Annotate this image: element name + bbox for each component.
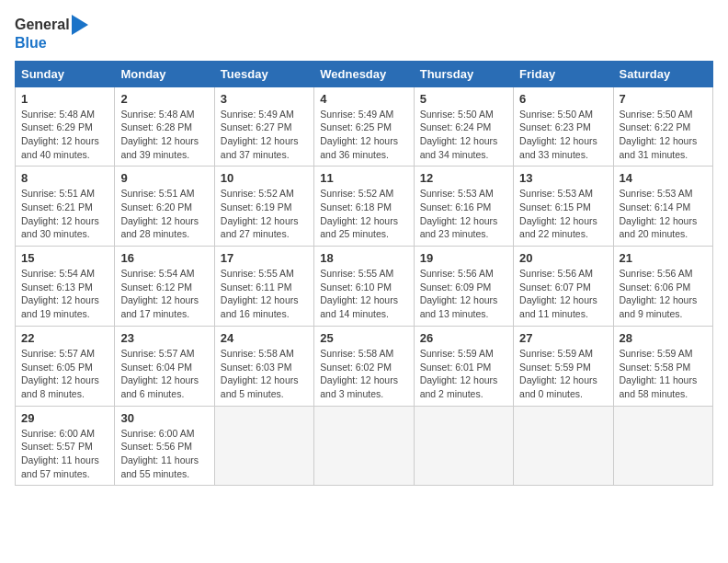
day-number: 25 xyxy=(320,331,407,345)
calendar-cell: 12Sunrise: 5:53 AMSunset: 6:16 PMDayligh… xyxy=(414,167,513,247)
calendar-cell: 2Sunrise: 5:48 AMSunset: 6:28 PMDaylight… xyxy=(115,86,214,167)
day-number: 10 xyxy=(221,171,308,185)
day-number: 8 xyxy=(21,171,108,185)
day-details: Sunrise: 5:48 AMSunset: 6:28 PMDaylight:… xyxy=(120,108,208,162)
day-details: Sunrise: 6:00 AMSunset: 5:57 PMDaylight:… xyxy=(21,427,108,481)
calendar-cell: 9Sunrise: 5:51 AMSunset: 6:20 PMDaylight… xyxy=(115,167,214,247)
day-details: Sunrise: 5:51 AMSunset: 6:20 PMDaylight:… xyxy=(120,187,208,241)
day-number: 7 xyxy=(620,92,707,106)
day-number: 23 xyxy=(120,331,208,345)
day-number: 16 xyxy=(120,251,208,265)
calendar-cell xyxy=(214,406,313,486)
calendar-cell: 24Sunrise: 5:58 AMSunset: 6:03 PMDayligh… xyxy=(214,326,313,406)
calendar-table: SundayMondayTuesdayWednesdayThursdayFrid… xyxy=(15,61,713,487)
day-details: Sunrise: 5:51 AMSunset: 6:21 PMDaylight:… xyxy=(21,187,108,241)
col-header-monday: Monday xyxy=(115,61,214,86)
day-details: Sunrise: 5:49 AMSunset: 6:25 PMDaylight:… xyxy=(320,108,407,162)
day-number: 11 xyxy=(320,171,407,185)
calendar-cell: 20Sunrise: 5:56 AMSunset: 6:07 PMDayligh… xyxy=(514,247,613,327)
calendar-cell xyxy=(314,406,414,486)
day-details: Sunrise: 5:53 AMSunset: 6:14 PMDaylight:… xyxy=(620,187,707,241)
calendar-cell: 11Sunrise: 5:52 AMSunset: 6:18 PMDayligh… xyxy=(314,167,414,247)
day-details: Sunrise: 5:58 AMSunset: 6:03 PMDaylight:… xyxy=(221,347,308,401)
calendar-cell xyxy=(414,406,513,486)
day-number: 27 xyxy=(519,331,607,345)
day-details: Sunrise: 5:57 AMSunset: 6:05 PMDaylight:… xyxy=(21,347,108,401)
logo-blue: Blue xyxy=(15,35,88,52)
calendar-cell: 25Sunrise: 5:58 AMSunset: 6:02 PMDayligh… xyxy=(314,326,414,406)
calendar-cell: 16Sunrise: 5:54 AMSunset: 6:12 PMDayligh… xyxy=(115,247,214,327)
calendar-cell: 18Sunrise: 5:55 AMSunset: 6:10 PMDayligh… xyxy=(314,247,414,327)
day-details: Sunrise: 5:58 AMSunset: 6:02 PMDaylight:… xyxy=(320,347,407,401)
day-number: 19 xyxy=(420,251,507,265)
logo-arrow-icon xyxy=(72,15,88,35)
day-details: Sunrise: 5:52 AMSunset: 6:18 PMDaylight:… xyxy=(320,187,407,241)
col-header-wednesday: Wednesday xyxy=(314,61,414,86)
col-header-friday: Friday xyxy=(514,61,613,86)
day-details: Sunrise: 5:48 AMSunset: 6:29 PMDaylight:… xyxy=(21,108,108,162)
calendar-cell: 27Sunrise: 5:59 AMSunset: 5:59 PMDayligh… xyxy=(514,326,613,406)
day-number: 5 xyxy=(420,92,507,106)
day-details: Sunrise: 5:53 AMSunset: 6:15 PMDaylight:… xyxy=(519,187,607,241)
day-details: Sunrise: 5:50 AMSunset: 6:24 PMDaylight:… xyxy=(420,108,507,162)
calendar-week-row: 29Sunrise: 6:00 AMSunset: 5:57 PMDayligh… xyxy=(16,406,713,486)
day-details: Sunrise: 5:56 AMSunset: 6:09 PMDaylight:… xyxy=(420,267,507,321)
day-number: 12 xyxy=(420,171,507,185)
calendar-cell xyxy=(514,406,613,486)
col-header-sunday: Sunday xyxy=(16,61,115,86)
calendar-cell: 28Sunrise: 5:59 AMSunset: 5:58 PMDayligh… xyxy=(613,326,712,406)
calendar-cell: 13Sunrise: 5:53 AMSunset: 6:15 PMDayligh… xyxy=(514,167,613,247)
calendar-cell: 29Sunrise: 6:00 AMSunset: 5:57 PMDayligh… xyxy=(16,406,115,486)
svg-marker-0 xyxy=(72,15,88,35)
calendar-cell: 14Sunrise: 5:53 AMSunset: 6:14 PMDayligh… xyxy=(613,167,712,247)
day-number: 26 xyxy=(420,331,507,345)
calendar-cell: 23Sunrise: 5:57 AMSunset: 6:04 PMDayligh… xyxy=(115,326,214,406)
day-details: Sunrise: 5:55 AMSunset: 6:11 PMDaylight:… xyxy=(221,267,308,321)
day-details: Sunrise: 5:57 AMSunset: 6:04 PMDaylight:… xyxy=(120,347,208,401)
day-number: 22 xyxy=(21,331,108,345)
day-details: Sunrise: 5:49 AMSunset: 6:27 PMDaylight:… xyxy=(221,108,308,162)
day-details: Sunrise: 5:55 AMSunset: 6:10 PMDaylight:… xyxy=(320,267,407,321)
calendar-week-row: 1Sunrise: 5:48 AMSunset: 6:29 PMDaylight… xyxy=(16,86,713,167)
day-number: 24 xyxy=(221,331,308,345)
calendar-cell: 19Sunrise: 5:56 AMSunset: 6:09 PMDayligh… xyxy=(414,247,513,327)
calendar-cell xyxy=(613,406,712,486)
calendar-cell: 8Sunrise: 5:51 AMSunset: 6:21 PMDaylight… xyxy=(16,167,115,247)
day-details: Sunrise: 5:54 AMSunset: 6:12 PMDaylight:… xyxy=(120,267,208,321)
day-number: 30 xyxy=(120,411,208,425)
calendar-cell: 1Sunrise: 5:48 AMSunset: 6:29 PMDaylight… xyxy=(16,86,115,167)
day-number: 6 xyxy=(519,92,607,106)
col-header-thursday: Thursday xyxy=(414,61,513,86)
day-details: Sunrise: 5:59 AMSunset: 5:59 PMDaylight:… xyxy=(519,347,607,401)
day-number: 14 xyxy=(620,171,707,185)
calendar-cell: 17Sunrise: 5:55 AMSunset: 6:11 PMDayligh… xyxy=(214,247,313,327)
col-header-saturday: Saturday xyxy=(613,61,712,86)
calendar-week-row: 8Sunrise: 5:51 AMSunset: 6:21 PMDaylight… xyxy=(16,167,713,247)
day-number: 21 xyxy=(620,251,707,265)
calendar-cell: 22Sunrise: 5:57 AMSunset: 6:05 PMDayligh… xyxy=(16,326,115,406)
day-number: 9 xyxy=(120,171,208,185)
day-details: Sunrise: 5:54 AMSunset: 6:13 PMDaylight:… xyxy=(21,267,108,321)
col-header-tuesday: Tuesday xyxy=(214,61,313,86)
logo-general: General xyxy=(15,17,70,33)
logo-svg: General Blue xyxy=(15,15,88,52)
day-number: 1 xyxy=(21,92,108,106)
calendar-week-row: 22Sunrise: 5:57 AMSunset: 6:05 PMDayligh… xyxy=(16,326,713,406)
day-details: Sunrise: 5:52 AMSunset: 6:19 PMDaylight:… xyxy=(221,187,308,241)
day-details: Sunrise: 5:50 AMSunset: 6:22 PMDaylight:… xyxy=(620,108,707,162)
calendar-cell: 15Sunrise: 5:54 AMSunset: 6:13 PMDayligh… xyxy=(16,247,115,327)
day-details: Sunrise: 5:56 AMSunset: 6:06 PMDaylight:… xyxy=(620,267,707,321)
day-details: Sunrise: 5:53 AMSunset: 6:16 PMDaylight:… xyxy=(420,187,507,241)
calendar-cell: 30Sunrise: 6:00 AMSunset: 5:56 PMDayligh… xyxy=(115,406,214,486)
calendar-cell: 6Sunrise: 5:50 AMSunset: 6:23 PMDaylight… xyxy=(514,86,613,167)
calendar-cell: 3Sunrise: 5:49 AMSunset: 6:27 PMDaylight… xyxy=(214,86,313,167)
calendar-cell: 7Sunrise: 5:50 AMSunset: 6:22 PMDaylight… xyxy=(613,86,712,167)
day-number: 29 xyxy=(21,411,108,425)
day-number: 3 xyxy=(221,92,308,106)
logo: General Blue xyxy=(15,15,88,52)
calendar-cell: 5Sunrise: 5:50 AMSunset: 6:24 PMDaylight… xyxy=(414,86,513,167)
day-number: 4 xyxy=(320,92,407,106)
day-details: Sunrise: 5:50 AMSunset: 6:23 PMDaylight:… xyxy=(519,108,607,162)
page-header: General Blue xyxy=(15,15,713,52)
calendar-week-row: 15Sunrise: 5:54 AMSunset: 6:13 PMDayligh… xyxy=(16,247,713,327)
